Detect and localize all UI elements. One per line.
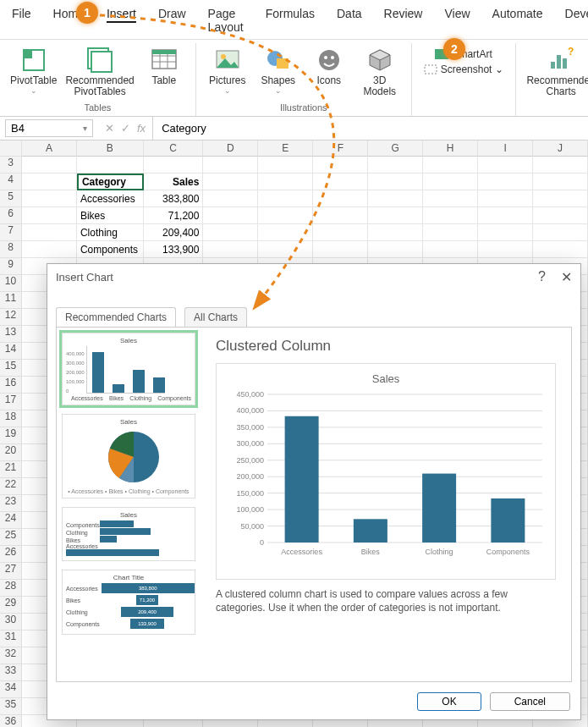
cell-G5[interactable] bbox=[368, 190, 423, 207]
cell-A3[interactable] bbox=[22, 157, 77, 173]
colhead-G[interactable]: G bbox=[368, 140, 423, 157]
colhead-H[interactable]: H bbox=[423, 140, 478, 157]
cell-G8[interactable] bbox=[368, 241, 423, 258]
rowhead-11[interactable]: 11 bbox=[0, 292, 22, 309]
rowhead-36[interactable]: 36 bbox=[0, 715, 22, 727]
cell-I3[interactable] bbox=[478, 157, 533, 173]
cell-E6[interactable] bbox=[258, 207, 313, 224]
rowhead-6[interactable]: 6 bbox=[0, 207, 22, 224]
colhead-J[interactable]: J bbox=[533, 140, 588, 157]
cell-D7[interactable] bbox=[203, 224, 258, 241]
tab-recommended-charts[interactable]: Recommended Charts bbox=[56, 307, 176, 327]
cell-H4[interactable] bbox=[423, 173, 478, 190]
cell-G3[interactable] bbox=[368, 157, 423, 173]
tab-review[interactable]: Review bbox=[381, 3, 426, 39]
tab-draw[interactable]: Draw bbox=[155, 3, 190, 39]
cell-B8[interactable]: Components bbox=[77, 241, 144, 258]
rowhead-10[interactable]: 10 bbox=[0, 275, 22, 292]
rowhead-25[interactable]: 25 bbox=[0, 529, 22, 546]
tab-insert[interactable]: Insert bbox=[103, 3, 140, 39]
rowhead-30[interactable]: 30 bbox=[0, 614, 22, 631]
cell-I8[interactable] bbox=[478, 241, 533, 258]
rowhead-20[interactable]: 20 bbox=[0, 444, 22, 461]
cell-F6[interactable] bbox=[313, 207, 368, 224]
cell-G4[interactable] bbox=[368, 173, 423, 190]
cell-B4[interactable]: Category bbox=[77, 173, 144, 190]
tab-all-charts[interactable]: All Charts bbox=[184, 307, 247, 327]
rowhead-23[interactable]: 23 bbox=[0, 495, 22, 512]
rowhead-27[interactable]: 27 bbox=[0, 563, 22, 580]
tab-view[interactable]: View bbox=[441, 3, 473, 39]
rowhead-8[interactable]: 8 bbox=[0, 241, 22, 258]
cell-D6[interactable] bbox=[203, 207, 258, 224]
rowhead-19[interactable]: 19 bbox=[0, 427, 22, 444]
thumb-clustered-column[interactable]: Sales 0100,000200,000300,000400,000 Acce… bbox=[62, 333, 195, 405]
rowhead-4[interactable]: 4 bbox=[0, 173, 22, 190]
cell-A7[interactable] bbox=[22, 224, 77, 241]
shapes-button[interactable]: Shapes⌄ bbox=[256, 43, 301, 101]
cell-A8[interactable] bbox=[22, 241, 77, 258]
3dmodels-button[interactable]: 3D Models bbox=[357, 43, 403, 101]
rowhead-12[interactable]: 12 bbox=[0, 309, 22, 326]
tab-developer[interactable]: Developer bbox=[562, 3, 588, 39]
tab-automate[interactable]: Automate bbox=[489, 3, 547, 39]
cell-C3[interactable] bbox=[144, 157, 204, 173]
rowhead-26[interactable]: 26 bbox=[0, 546, 22, 563]
close-button[interactable]: ✕ bbox=[561, 269, 572, 285]
cell-A6[interactable] bbox=[22, 207, 77, 224]
ok-button[interactable]: OK bbox=[417, 692, 481, 711]
colhead-F[interactable]: F bbox=[313, 140, 368, 157]
rowhead-3[interactable]: 3 bbox=[0, 157, 22, 173]
icons-button[interactable]: Icons bbox=[306, 43, 352, 101]
rowhead-16[interactable]: 16 bbox=[0, 377, 22, 394]
rowhead-29[interactable]: 29 bbox=[0, 597, 22, 614]
cell-H6[interactable] bbox=[423, 207, 478, 224]
rowhead-35[interactable]: 35 bbox=[0, 698, 22, 715]
rowhead-24[interactable]: 24 bbox=[0, 512, 22, 529]
cell-F4[interactable] bbox=[313, 173, 368, 190]
cell-B5[interactable]: Accessories bbox=[77, 190, 144, 207]
cell-D5[interactable] bbox=[203, 190, 258, 207]
cell-H7[interactable] bbox=[423, 224, 478, 241]
cell-B7[interactable]: Clothing bbox=[77, 224, 144, 241]
rowhead-31[interactable]: 31 bbox=[0, 631, 22, 647]
cell-J7[interactable] bbox=[533, 224, 588, 241]
cell-E8[interactable] bbox=[258, 241, 313, 258]
cell-G7[interactable] bbox=[368, 224, 423, 241]
rowhead-14[interactable]: 14 bbox=[0, 343, 22, 360]
formula-input[interactable]: Category bbox=[153, 122, 215, 135]
cell-E7[interactable] bbox=[258, 224, 313, 241]
thumb-bar[interactable]: Sales Components Clothing Bikes Accessor… bbox=[62, 507, 195, 561]
rowhead-32[interactable]: 32 bbox=[0, 647, 22, 664]
cell-J5[interactable] bbox=[533, 190, 588, 207]
cell-A5[interactable] bbox=[22, 190, 77, 207]
rowhead-7[interactable]: 7 bbox=[0, 224, 22, 241]
colhead-D[interactable]: D bbox=[203, 140, 258, 157]
cell-C4[interactable]: Sales bbox=[144, 173, 204, 190]
cell-E3[interactable] bbox=[258, 157, 313, 173]
cell-B3[interactable] bbox=[77, 157, 144, 173]
rowhead-33[interactable]: 33 bbox=[0, 664, 22, 681]
cancel-button[interactable]: Cancel bbox=[490, 692, 570, 711]
rowhead-21[interactable]: 21 bbox=[0, 461, 22, 478]
table-button[interactable]: Table bbox=[141, 43, 187, 101]
cell-D8[interactable] bbox=[203, 241, 258, 258]
colhead-B[interactable]: B bbox=[77, 140, 144, 157]
cell-A4[interactable] bbox=[22, 173, 77, 190]
screenshot-button[interactable]: Screenshot ⌄ bbox=[420, 62, 508, 77]
rowhead-18[interactable]: 18 bbox=[0, 410, 22, 427]
cell-H8[interactable] bbox=[423, 241, 478, 258]
pivottable-button[interactable]: PivotTable⌄ bbox=[8, 43, 58, 101]
cell-D3[interactable] bbox=[203, 157, 258, 173]
cell-F8[interactable] bbox=[313, 241, 368, 258]
cell-C8[interactable]: 133,900 bbox=[144, 241, 204, 258]
cell-I4[interactable] bbox=[478, 173, 533, 190]
cell-J3[interactable] bbox=[533, 157, 588, 173]
recommended-pivot-button[interactable]: Recommended PivotTables bbox=[63, 43, 135, 101]
cell-F3[interactable] bbox=[313, 157, 368, 173]
cell-H5[interactable] bbox=[423, 190, 478, 207]
tab-file[interactable]: File bbox=[8, 3, 35, 39]
cell-I5[interactable] bbox=[478, 190, 533, 207]
colhead-A[interactable]: A bbox=[22, 140, 77, 157]
thumb-pie[interactable]: Sales • Accessories • Bikes • Clothing •… bbox=[62, 414, 195, 498]
